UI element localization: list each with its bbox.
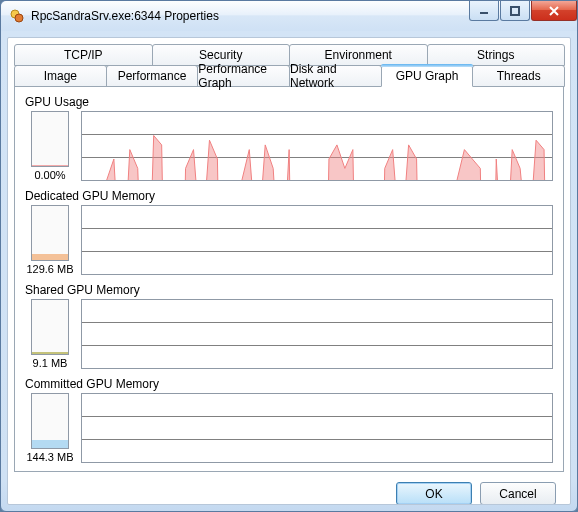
committed-graph [81, 393, 553, 463]
dedicated-current: 129.6 MB [25, 205, 75, 275]
maximize-button[interactable] [500, 1, 530, 21]
minimize-button[interactable] [469, 1, 499, 21]
dedicated-graph [81, 205, 553, 275]
group-committed-gpu-memory: Committed GPU Memory 144.3 MB [25, 377, 553, 463]
tab-page-gpu-graph: GPU Usage 0.00% Dedicated GPU Memory [14, 86, 564, 472]
gpu-usage-label: GPU Usage [25, 95, 553, 109]
tab-strings[interactable]: Strings [427, 44, 566, 66]
shared-label: Shared GPU Memory [25, 283, 553, 297]
dialog-footer: OK Cancel [8, 472, 570, 505]
group-shared-gpu-memory: Shared GPU Memory 9.1 MB [25, 283, 553, 369]
properties-window: RpcSandraSrv.exe:6344 Properties TCP/IP … [0, 0, 578, 512]
tab-tcpip[interactable]: TCP/IP [14, 44, 153, 66]
dedicated-label: Dedicated GPU Memory [25, 189, 553, 203]
group-gpu-usage: GPU Usage 0.00% [25, 95, 553, 181]
shared-current: 9.1 MB [25, 299, 75, 369]
svg-point-1 [15, 14, 23, 22]
tab-threads[interactable]: Threads [472, 65, 565, 87]
committed-current: 144.3 MB [25, 393, 75, 463]
shared-current-value: 9.1 MB [33, 357, 68, 369]
tab-performance[interactable]: Performance [106, 65, 199, 87]
gpu-usage-current-value: 0.00% [34, 169, 65, 181]
shared-graph [81, 299, 553, 369]
tab-disk-and-network[interactable]: Disk and Network [289, 65, 382, 87]
group-dedicated-gpu-memory: Dedicated GPU Memory 129.6 MB [25, 189, 553, 275]
tab-performance-graph[interactable]: Performance Graph [197, 65, 290, 87]
committed-label: Committed GPU Memory [25, 377, 553, 391]
tab-gpu-graph[interactable]: GPU Graph [381, 65, 474, 87]
svg-rect-3 [511, 7, 519, 15]
gpu-usage-graph [81, 111, 553, 181]
dedicated-current-value: 129.6 MB [26, 263, 73, 275]
gpu-usage-current: 0.00% [25, 111, 75, 181]
svg-rect-2 [480, 12, 488, 14]
tab-image[interactable]: Image [14, 65, 107, 87]
window-buttons [468, 1, 577, 21]
app-icon [9, 8, 25, 24]
ok-button[interactable]: OK [396, 482, 472, 505]
titlebar[interactable]: RpcSandraSrv.exe:6344 Properties [1, 1, 577, 31]
client-area: TCP/IP Security Environment Strings Imag… [7, 37, 571, 505]
cancel-button[interactable]: Cancel [480, 482, 556, 505]
close-button[interactable] [531, 1, 577, 21]
committed-current-value: 144.3 MB [26, 451, 73, 463]
tab-strip: TCP/IP Security Environment Strings Imag… [8, 38, 570, 472]
tab-row-2: Image Performance Performance Graph Disk… [14, 65, 564, 86]
